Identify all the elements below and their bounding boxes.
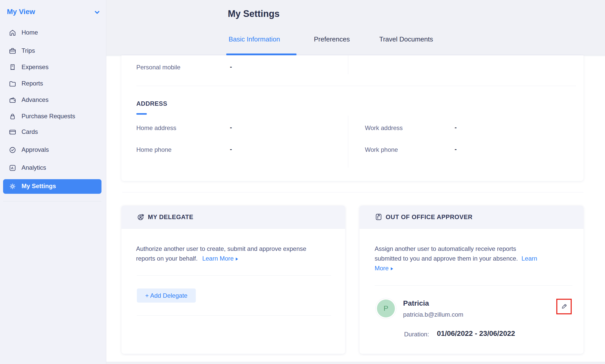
sidebar-item-purchase-requests[interactable]: Purchase Requests — [0, 113, 106, 124]
active-tab-indicator — [226, 53, 296, 55]
out-of-office-sign-icon — [375, 213, 383, 221]
chevron-down-icon[interactable] — [93, 8, 101, 16]
home-phone-value: - — [230, 145, 232, 153]
sidebar-view-switcher-label[interactable]: My View — [7, 8, 35, 16]
approver-name: Patricia — [403, 299, 429, 307]
ooo-learn-more-link-part2[interactable]: More — [375, 265, 389, 272]
briefcase-icon — [9, 47, 16, 55]
approver-avatar: P — [376, 298, 396, 319]
card-divider — [137, 315, 331, 316]
ooo-description-line2: submitted to you and approve them in you… — [375, 254, 537, 263]
address-heading-underline — [136, 113, 147, 115]
work-phone-label: Work phone — [365, 146, 398, 153]
work-phone-value: - — [455, 145, 457, 153]
sidebar-item-cards[interactable]: Cards — [0, 128, 106, 140]
column-divider — [348, 55, 348, 74]
home-icon — [9, 29, 16, 37]
sidebar-item-trips[interactable]: Trips — [0, 47, 106, 59]
receipt-icon — [9, 63, 16, 71]
sidebar-item-label: Analytics — [22, 164, 46, 171]
delegate-learn-more-link[interactable]: Learn More — [202, 255, 234, 262]
edit-approver-button[interactable] — [556, 299, 572, 314]
app-window: My View Home Trips Expenses — [0, 0, 605, 364]
page-bottom-strip — [106, 362, 605, 364]
home-phone-label: Home phone — [136, 146, 171, 153]
section-separator — [122, 192, 583, 192]
sidebar-item-label: Trips — [22, 47, 35, 54]
sidebar-item-label: My Settings — [22, 183, 56, 190]
column-divider — [348, 116, 348, 168]
sidebar-item-label: Purchase Requests — [22, 113, 75, 120]
tab-travel-documents[interactable]: Travel Documents — [379, 35, 433, 43]
sidebar-item-expenses[interactable]: Expenses — [0, 63, 106, 75]
sidebar-item-my-settings-active[interactable]: My Settings — [3, 179, 101, 194]
credit-card-icon — [9, 128, 16, 136]
sidebar-item-label: Reports — [22, 80, 43, 87]
sidebar-item-label: Advances — [22, 96, 48, 103]
tab-basic-information[interactable]: Basic Information — [229, 35, 280, 43]
delegate-description: Authorize another user to create, submit… — [136, 244, 306, 263]
pencil-icon — [560, 303, 568, 310]
personal-mobile-value: - — [230, 63, 232, 70]
wallet-icon — [9, 96, 16, 104]
ooo-description-line3: More — [375, 263, 537, 273]
page-title: My Settings — [228, 8, 280, 19]
learn-more-arrow-icon — [391, 267, 393, 270]
out-of-office-card-title: OUT OF OFFICE APPROVER — [386, 213, 473, 221]
page-header: My Settings Basic Information Preference… — [106, 0, 605, 55]
ooo-learn-more-link-part1[interactable]: Learn — [521, 255, 537, 262]
tab-preferences[interactable]: Preferences — [314, 35, 350, 43]
sidebar-item-home[interactable]: Home — [0, 29, 106, 41]
card-divider — [375, 285, 572, 286]
address-section-heading: ADDRESS — [136, 100, 167, 107]
sidebar: My View Home Trips Expenses — [0, 0, 106, 364]
sidebar-item-reports[interactable]: Reports — [0, 80, 106, 92]
approver-avatar-initial: P — [377, 299, 395, 317]
basic-information-card — [121, 55, 583, 181]
sidebar-divider — [3, 201, 101, 201]
home-address-label: Home address — [136, 124, 176, 132]
my-delegate-card-header: MY DELEGATE — [121, 206, 345, 229]
delegate-description-line1: Authorize another user to create, submit… — [136, 244, 306, 254]
duration-value: 01/06/2022 - 23/06/2022 — [437, 329, 515, 338]
sidebar-item-analytics[interactable]: Analytics — [0, 164, 106, 176]
sidebar-item-label: Cards — [22, 128, 38, 135]
home-address-value: - — [230, 124, 232, 131]
folder-icon — [9, 80, 16, 88]
sidebar-item-label: Home — [22, 29, 38, 36]
out-of-office-approver-card: OUT OF OFFICE APPROVER Assign another us… — [360, 206, 583, 354]
sidebar-item-approvals[interactable]: Approvals — [0, 146, 106, 158]
personal-mobile-label: Personal mobile — [136, 64, 180, 71]
add-delegate-button[interactable]: + Add Delegate — [137, 288, 196, 303]
card-divider — [137, 275, 331, 276]
gear-icon — [9, 183, 16, 190]
my-delegate-card: MY DELEGATE Authorize another user to cr… — [121, 206, 345, 354]
duration-label: Duration: — [404, 331, 429, 338]
work-address-label: Work address — [365, 124, 403, 132]
out-of-office-card-header: OUT OF OFFICE APPROVER — [360, 206, 583, 229]
sidebar-item-label: Approvals — [22, 146, 49, 153]
sidebar-item-label: Expenses — [22, 63, 48, 71]
my-delegate-card-title: MY DELEGATE — [148, 213, 193, 221]
sidebar-item-advances[interactable]: Advances — [0, 96, 106, 108]
purchase-bag-icon — [9, 113, 16, 120]
delegate-user-icon — [137, 213, 145, 221]
work-address-value: - — [455, 124, 457, 131]
ooo-description-line1: Assign another user to automatically rec… — [375, 244, 537, 254]
row-divider — [136, 86, 576, 86]
out-of-office-description: Assign another user to automatically rec… — [375, 244, 537, 273]
delegate-description-line2: reports on your behalf.Learn More — [136, 254, 306, 263]
check-circle-icon — [9, 146, 16, 154]
learn-more-arrow-icon — [236, 258, 238, 261]
bar-chart-icon — [9, 164, 16, 172]
approver-email: patricia.b@zillum.com — [403, 311, 463, 318]
